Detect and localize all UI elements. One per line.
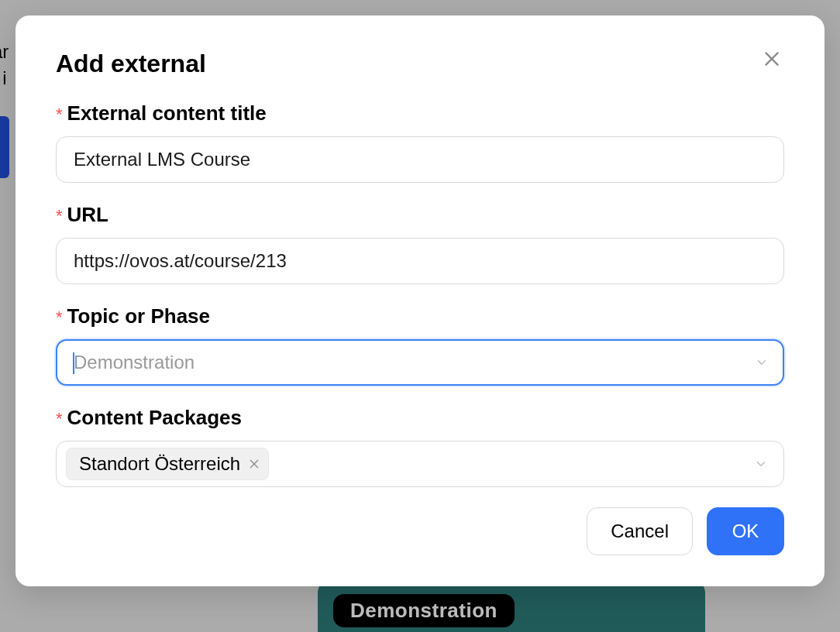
field-content-packages: * Content Packages Standort Österreich bbox=[56, 406, 784, 487]
close-button[interactable] bbox=[758, 46, 786, 74]
remove-tag-button[interactable] bbox=[248, 453, 260, 475]
text-caret bbox=[73, 352, 74, 374]
label-url: * URL bbox=[56, 203, 784, 227]
ok-button-label: OK bbox=[732, 520, 759, 542]
field-url: * URL bbox=[56, 203, 784, 284]
field-topic-phase: * Topic or Phase Demonstration bbox=[56, 304, 784, 386]
label-content-title: * External content title bbox=[56, 101, 784, 125]
label-text: Topic or Phase bbox=[67, 304, 210, 328]
close-icon bbox=[762, 49, 782, 72]
add-external-modal: Add external * External content title * … bbox=[15, 15, 825, 586]
required-mark: * bbox=[56, 208, 63, 225]
close-icon bbox=[248, 453, 260, 475]
label-topic-phase: * Topic or Phase bbox=[56, 304, 784, 328]
topic-phase-text: Demonstration bbox=[74, 352, 195, 373]
label-text: Content Packages bbox=[67, 406, 242, 430]
label-content-packages: * Content Packages bbox=[56, 406, 784, 430]
package-tag-label: Standort Österreich bbox=[79, 453, 240, 475]
cancel-button[interactable]: Cancel bbox=[587, 507, 693, 555]
field-content-title: * External content title bbox=[56, 101, 784, 183]
cancel-button-label: Cancel bbox=[611, 520, 669, 542]
label-text: URL bbox=[67, 203, 108, 227]
package-tag: Standort Österreich bbox=[66, 448, 269, 480]
modal-footer: Cancel OK bbox=[56, 507, 784, 555]
content-packages-select[interactable]: Standort Österreich bbox=[56, 441, 784, 487]
label-text: External content title bbox=[67, 101, 267, 125]
ok-button[interactable]: OK bbox=[707, 507, 784, 555]
required-mark: * bbox=[56, 410, 63, 428]
modal-title: Add external bbox=[56, 50, 784, 78]
chevron-down-icon bbox=[754, 457, 768, 471]
content-title-input[interactable] bbox=[56, 136, 784, 183]
required-mark: * bbox=[56, 309, 63, 326]
topic-phase-select[interactable]: Demonstration bbox=[56, 339, 784, 386]
topic-phase-value: Demonstration bbox=[74, 352, 195, 373]
url-input[interactable] bbox=[56, 238, 784, 284]
required-mark: * bbox=[56, 106, 63, 123]
